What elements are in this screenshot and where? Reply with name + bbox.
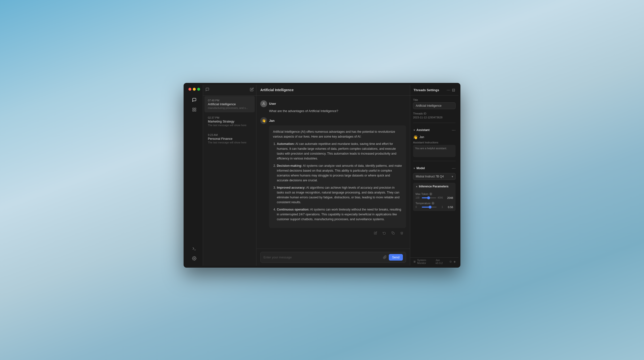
settings-header: Threads Settings ⋯ ⊟ (410, 85, 458, 96)
assistant-name: Jan (269, 119, 274, 123)
max-token-info-icon[interactable]: i (429, 193, 432, 195)
sidebar-item-settings[interactable] (190, 254, 199, 263)
temperature-value: 0.56 (444, 206, 453, 209)
thread-item[interactable]: 07:48 PM Artificial Intelligence manufac… (204, 96, 255, 112)
temperature-min: 0 (416, 206, 420, 208)
user-message: User What are the advantages of Artifici… (260, 100, 406, 114)
title-label: Title (413, 99, 456, 101)
thread-time: 9:23 AM (208, 133, 251, 136)
svg-rect-0 (192, 108, 194, 109)
divider (413, 161, 456, 161)
chat-title: Artificial Intelligence (260, 88, 294, 92)
list-item-label: Continuous operation: (277, 208, 309, 211)
svg-rect-7 (392, 232, 394, 234)
app-window: 07:48 PM Artificial Intelligence manufac… (186, 85, 458, 266)
temperature-thumb[interactable] (428, 206, 432, 209)
max-token-min: 100 (416, 196, 420, 199)
close-button[interactable] (188, 88, 191, 91)
delete-button[interactable] (398, 229, 405, 236)
edit-button[interactable] (372, 229, 379, 236)
chevron-up-icon: ▲ (416, 185, 418, 188)
model-more-button[interactable]: ⋯ (452, 166, 456, 171)
sidebar-item-terminal[interactable] (190, 244, 199, 253)
chat-input-wrapper: Send (260, 252, 406, 263)
sidebar-item-chat[interactable] (190, 96, 199, 104)
thread-item[interactable]: 9:23 AM Personal Finance The last messag… (204, 131, 255, 147)
copy-button[interactable] (390, 229, 396, 236)
version-label: Jan v0.3.2 (436, 259, 448, 264)
sidebar-top (190, 96, 199, 114)
temperature-slider[interactable] (422, 207, 436, 208)
sidebar-bottom (190, 244, 199, 263)
chat-input[interactable] (264, 255, 381, 259)
github-icon[interactable]: ⊙ (450, 260, 452, 263)
user-name: User (269, 102, 276, 106)
max-token-param: Max Token i 100 4096 (416, 193, 453, 199)
regenerate-button[interactable] (381, 229, 388, 236)
model-section: ▼ Model ⋯ Mistral Instruct 7B Q4Llama 2 … (413, 165, 456, 180)
assistant-message: 👋 Jan Artificial Intelligence (AI) offer… (260, 117, 406, 236)
footer-right: Jan v0.3.2 ⊙ ◈ (436, 259, 456, 264)
chevron-down-icon: ▼ (413, 167, 416, 170)
discord-icon[interactable]: ◈ (454, 260, 456, 263)
settings-more-button[interactable]: ⋯ (446, 88, 450, 92)
thread-title: Marketing Strategy (208, 120, 251, 123)
response-intro: Artificial Intelligence (AI) offers nume… (273, 129, 402, 139)
laptop-frame: 07:48 PM Artificial Intelligence manufac… (184, 83, 460, 268)
sidebar (186, 85, 203, 266)
system-monitor-label[interactable]: System Monitor (417, 259, 436, 264)
temperature-param: Temperature i 0 1 (416, 202, 453, 209)
list-item-label: Automation: (277, 142, 295, 146)
svg-rect-1 (194, 108, 196, 109)
monitor-icon: 🖥 (413, 260, 416, 263)
attach-button[interactable] (383, 255, 387, 259)
thread-title: Personal Finance (208, 137, 251, 141)
svg-point-5 (194, 258, 195, 259)
divider (413, 123, 456, 123)
assistant-section: ▼ Assistant ⋯ 👋 Jan Assistant Instructio… (413, 127, 456, 157)
message-actions (260, 229, 406, 236)
model-section-header[interactable]: ▼ Model ⋯ (413, 165, 456, 172)
assistant-more-button[interactable]: ⋯ (452, 128, 456, 133)
chevron-down-icon: ▼ (413, 129, 416, 132)
max-token-fill (422, 197, 428, 198)
max-token-value: 2048 (444, 196, 453, 199)
user-avatar (260, 100, 267, 107)
minimize-button[interactable] (193, 88, 196, 91)
message-header: 👋 Jan (260, 117, 406, 124)
assistant-emoji: 👋 (413, 135, 418, 140)
chat-area: Artificial Intelligence User What are th… (256, 85, 410, 266)
compose-icon[interactable] (250, 88, 254, 92)
assistant-name-label: Jan (420, 135, 424, 139)
settings-collapse-button[interactable]: ⊟ (452, 88, 455, 92)
assistant-response-box: Artificial Intelligence (AI) offers nume… (269, 125, 406, 228)
temperature-slider-row: 0 1 0.56 (416, 206, 453, 209)
user-message-content: What are the advantages of Artificial In… (260, 109, 406, 114)
title-field: Title Artificial Intelligence (413, 99, 456, 109)
inference-body: Max Token i 100 4096 (413, 190, 456, 211)
temperature-info-icon[interactable]: i (432, 202, 434, 205)
settings-panel: Threads Settings ⋯ ⊟ Title Artificial In… (410, 85, 458, 266)
thread-time: 07:48 PM (208, 99, 251, 102)
assistant-section-header[interactable]: ▼ Assistant ⋯ (413, 127, 456, 133)
model-section-name: ▼ Model (413, 167, 425, 170)
model-select[interactable]: Mistral Instruct 7B Q4Llama 2 7BGPT-4 (413, 173, 456, 180)
temperature-label: Temperature i (416, 202, 453, 205)
inference-header[interactable]: ▲ Inference Parameters (413, 183, 456, 190)
max-token-max: 4096 (438, 196, 443, 199)
list-item-text: AI can automate repetitive and mundane t… (277, 142, 396, 160)
thread-time: 02:37 PM (208, 116, 251, 119)
max-token-thumb[interactable] (427, 196, 430, 199)
sidebar-item-models[interactable] (190, 105, 199, 114)
threads-id-value: 2023-11-12-1293473628 (413, 116, 456, 119)
chat-input-area: Send (256, 249, 410, 266)
thread-item[interactable]: 02:37 PM Marketing Strategy The last mes… (204, 113, 255, 130)
svg-rect-2 (192, 110, 194, 111)
max-token-slider-row: 100 4096 2048 (416, 196, 453, 199)
footer-left: 🖥 System Monitor (413, 259, 436, 264)
max-token-slider[interactable] (422, 197, 436, 198)
send-button[interactable]: Send (389, 254, 403, 261)
maximize-button[interactable] (197, 88, 200, 91)
message-header: User (260, 100, 406, 107)
list-item: Decision-making: AI systems can analyze … (277, 163, 402, 183)
